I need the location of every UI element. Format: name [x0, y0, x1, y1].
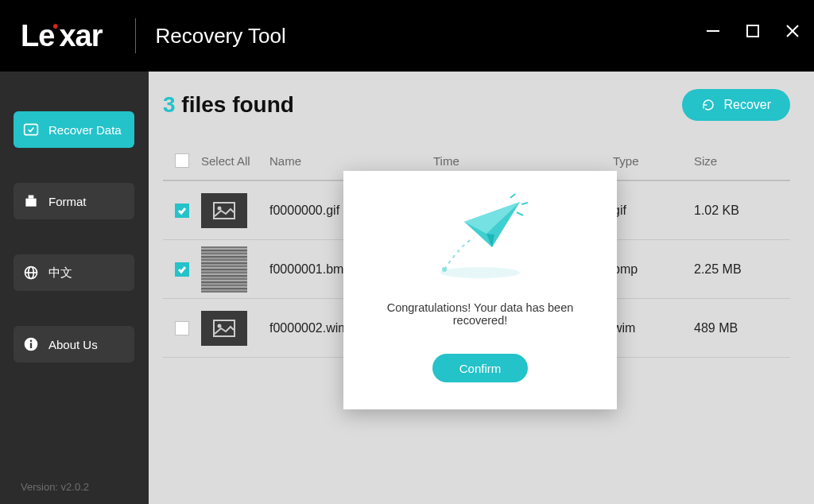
image-icon — [201, 311, 247, 346]
select-all-checkbox[interactable] — [175, 153, 189, 168]
modal-message: Congratulations! Your data has been reco… — [359, 301, 601, 327]
info-icon — [23, 336, 39, 352]
file-size: 2.25 MB — [694, 262, 790, 277]
file-type: gif — [613, 204, 694, 218]
file-type: bmp — [613, 262, 694, 277]
svg-point-18 — [442, 267, 447, 272]
column-size: Size — [694, 154, 790, 168]
sidebar-item-label: 中文 — [48, 266, 72, 281]
svg-rect-1 — [747, 25, 758, 37]
row-checkbox[interactable] — [175, 321, 189, 335]
recover-button[interactable]: Recover — [682, 89, 790, 121]
file-size: 1.02 KB — [694, 204, 790, 218]
confirm-button-label: Confirm — [459, 362, 502, 375]
file-size: 489 MB — [694, 321, 790, 335]
sidebar: Recover Data Format 中文 About Us Version:… — [0, 72, 149, 504]
column-time: Time — [433, 154, 613, 168]
close-icon — [785, 23, 800, 39]
svg-line-24 — [517, 212, 523, 215]
sidebar-item-recover-data[interactable]: Recover Data — [14, 111, 134, 148]
files-count: 3 — [163, 92, 176, 117]
confirm-button[interactable]: Confirm — [432, 354, 528, 382]
column-name: Name — [269, 154, 433, 168]
header-divider — [135, 18, 136, 53]
row-checkbox[interactable] — [175, 204, 189, 218]
window-controls — [704, 22, 801, 40]
minimize-button[interactable] — [704, 22, 722, 40]
svg-point-17 — [440, 267, 520, 278]
svg-point-11 — [30, 340, 33, 343]
column-type: Type — [613, 154, 694, 168]
image-icon — [201, 193, 247, 228]
svg-point-14 — [218, 206, 222, 210]
svg-rect-6 — [29, 196, 34, 199]
row-checkbox[interactable] — [175, 262, 189, 277]
recover-button-label: Recover — [723, 98, 771, 112]
select-all-checkbox-wrap — [163, 153, 201, 168]
version-label: Version: v2.0.2 — [21, 481, 89, 493]
sidebar-item-format[interactable]: Format — [14, 183, 134, 219]
sidebar-item-about[interactable]: About Us — [14, 326, 134, 362]
svg-line-23 — [521, 203, 528, 204]
maximize-icon — [745, 23, 761, 39]
sidebar-item-label: About Us — [48, 338, 98, 351]
format-icon — [23, 193, 39, 209]
close-button[interactable] — [784, 22, 801, 40]
svg-rect-5 — [25, 199, 36, 207]
globe-icon — [23, 265, 39, 281]
refresh-icon — [701, 98, 715, 112]
svg-rect-12 — [30, 343, 32, 348]
files-found-heading: 3 files found — [163, 92, 294, 118]
svg-line-22 — [510, 194, 515, 198]
app-header: Le•xar Recovery Tool — [0, 0, 814, 72]
success-modal: Congratulations! Your data has been reco… — [343, 171, 617, 409]
sidebar-item-label: Recover Data — [48, 123, 122, 137]
app-title: Recovery Tool — [155, 24, 285, 48]
paper-plane-icon — [417, 190, 544, 285]
thumbnail-image — [201, 246, 247, 293]
brand-logo: Le•xar — [21, 19, 102, 53]
sidebar-item-language[interactable]: 中文 — [14, 254, 134, 291]
maximize-button[interactable] — [744, 22, 762, 40]
svg-rect-4 — [25, 124, 38, 134]
minimize-icon — [705, 23, 721, 39]
main-top-bar: 3 files found Recover — [163, 86, 790, 124]
sidebar-item-label: Format — [48, 195, 87, 208]
recover-icon — [23, 122, 39, 138]
files-found-label: files found — [181, 92, 294, 117]
svg-point-16 — [218, 324, 222, 328]
file-type: wim — [613, 321, 694, 335]
column-select-all: Select All — [201, 154, 269, 168]
